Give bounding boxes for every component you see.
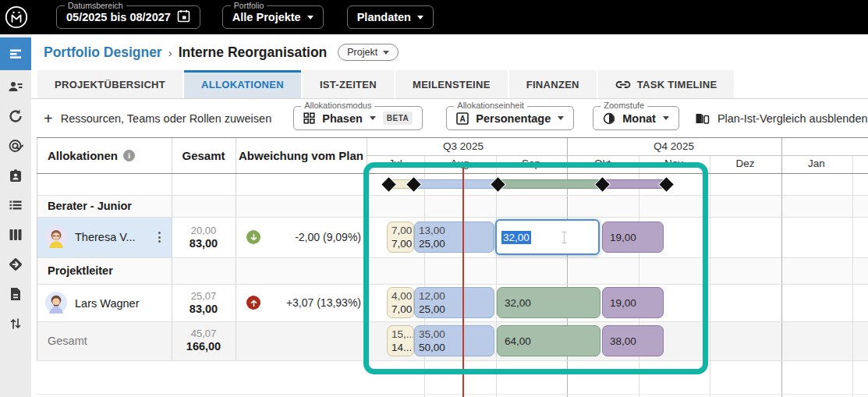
avatar[interactable] xyxy=(45,226,67,251)
left-sidebar xyxy=(0,34,31,397)
column-header-deviation: Abweichung vom Plan xyxy=(236,149,367,162)
portfolio-select[interactable]: Portfolio Alle Projekte xyxy=(222,5,324,29)
sidebar-item-scenarios[interactable] xyxy=(0,101,31,131)
sidebar-item-list[interactable] xyxy=(0,190,31,220)
group-label-berater-junior: Berater - Junior xyxy=(48,200,132,212)
quarter-month-divider xyxy=(367,155,868,156)
columns-icon xyxy=(8,227,23,243)
row-border xyxy=(37,394,868,395)
avatar[interactable] xyxy=(45,292,67,317)
sidebar-item-reports[interactable] xyxy=(0,279,31,309)
portfolio-designer-icon xyxy=(8,46,23,62)
grid-quarter-line xyxy=(781,137,782,397)
app-window: Datumsbereich 05/2025 bis 08/2027 Portfo… xyxy=(0,0,868,397)
chevron-down-icon xyxy=(417,16,423,19)
quarter-label: Q4 2025 xyxy=(654,140,694,152)
annotation-highlight-box xyxy=(363,162,708,374)
deviation-value-lars: +3,07 (13,93%) xyxy=(236,296,361,309)
calendar-icon[interactable] xyxy=(177,9,190,26)
total-row-label: Gesamt xyxy=(48,335,87,347)
row-menu-kebab-icon[interactable] xyxy=(158,232,161,243)
milestone-arrow-icon xyxy=(7,256,24,273)
total-cell-theresa: 20,00 83,00 xyxy=(172,225,236,250)
plan-data-value: Plandaten xyxy=(357,11,411,23)
sidebar-item-sort[interactable] xyxy=(0,309,31,339)
row-name-theresa[interactable]: Theresa V... xyxy=(75,231,136,243)
portfolio-label: Portfolio xyxy=(231,1,267,10)
list-icon xyxy=(8,197,23,213)
sidebar-item-board[interactable] xyxy=(0,220,31,250)
sort-arrows-icon xyxy=(9,317,23,331)
sidebar-item-roadmap[interactable] xyxy=(0,250,31,279)
quarter-label: Q3 2025 xyxy=(443,140,484,152)
date-range-label: Datumsbereich xyxy=(65,1,126,10)
target-check-icon xyxy=(8,138,23,154)
sidebar-item-resources[interactable] xyxy=(0,72,31,101)
badge-icon xyxy=(9,168,23,183)
document-icon xyxy=(9,286,23,302)
month-label[interactable]: Dez xyxy=(735,158,754,169)
refresh-icon xyxy=(8,108,23,124)
row-name-lars[interactable]: Lars Wagner xyxy=(75,297,139,310)
deviation-value-theresa: -2,00 (9,09%) xyxy=(236,231,361,243)
table-top-border xyxy=(37,137,868,138)
meisterplan-logo-icon[interactable] xyxy=(4,5,28,30)
chevron-down-icon xyxy=(307,16,314,19)
month-label[interactable]: Jan xyxy=(808,158,825,169)
group-label-projektleiter: Projektleiter xyxy=(48,264,113,277)
info-icon[interactable]: i xyxy=(123,150,135,161)
plan-data-select[interactable]: Plandaten xyxy=(347,5,434,29)
column-header-total: Gesamt xyxy=(172,149,236,162)
resources-icon xyxy=(8,79,23,94)
sidebar-item-goals[interactable] xyxy=(0,131,31,161)
date-range-field[interactable]: Datumsbereich 05/2025 bis 08/2027 xyxy=(56,5,200,29)
column-separator xyxy=(236,137,236,360)
total-cell-lars: 25,07 83,00 xyxy=(172,290,236,315)
date-range-value: 05/2025 bis 08/2027 xyxy=(66,11,171,23)
sidebar-item-portfolio-designer[interactable] xyxy=(0,37,31,70)
total-cell-sum: 45,07 166,00 xyxy=(172,328,236,353)
sidebar-item-team-badge[interactable] xyxy=(0,161,31,190)
portfolio-value: Alle Projekte xyxy=(232,11,301,23)
table-left-border xyxy=(37,137,37,360)
top-bar: Datumsbereich 05/2025 bis 08/2027 Portfo… xyxy=(0,0,868,34)
column-header-allocations: Allokationen i xyxy=(48,149,135,162)
